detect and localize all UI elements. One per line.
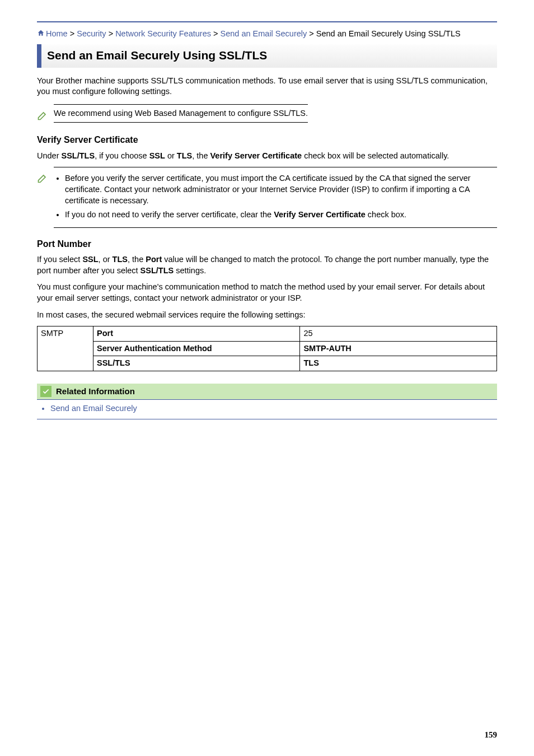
- pencil-note-icon: [37, 167, 48, 187]
- check-icon: [40, 386, 51, 397]
- note-recommend: We recommend using Web Based Management …: [37, 104, 497, 124]
- port-paragraph-1: If you select SSL, or TLS, the Port valu…: [37, 254, 497, 276]
- note-recommend-text: We recommend using Web Based Management …: [54, 109, 308, 118]
- page-number: 159: [485, 729, 498, 740]
- related-info-item[interactable]: Send an Email Securely: [50, 403, 497, 414]
- breadcrumb: Home > Security > Network Security Featu…: [37, 28, 497, 40]
- intro-paragraph: Your Brother machine supports SSL/TLS co…: [37, 76, 497, 97]
- table-row-value: SMTP-AUTH: [300, 341, 497, 356]
- verify-heading: Verify Server Certificate: [37, 134, 497, 146]
- related-info-title: Related Information: [56, 386, 135, 397]
- table-row-label: SSL/TLS: [93, 356, 300, 371]
- note-verify: Before you verify the server certificate…: [37, 167, 497, 227]
- settings-table: SMTP Port 25 Server Authentication Metho…: [37, 326, 497, 371]
- breadcrumb-current: Send an Email Securely Using SSL/TLS: [316, 29, 461, 38]
- table-row-label: Port: [93, 326, 300, 342]
- table-row-value: 25: [300, 326, 497, 342]
- verify-bullet-1: Before you verify the server certificate…: [65, 173, 497, 206]
- breadcrumb-sendsec[interactable]: Send an Email Securely: [221, 29, 307, 38]
- breadcrumb-security[interactable]: Security: [77, 29, 106, 38]
- verify-paragraph: Under SSL/TLS, if you choose SSL or TLS,…: [37, 151, 497, 162]
- home-icon: [37, 29, 45, 40]
- verify-bullet-2: If you do not need to verify the server …: [65, 209, 497, 221]
- breadcrumb-netsec[interactable]: Network Security Features: [115, 29, 211, 38]
- port-paragraph-3: In most cases, the secured webmail servi…: [37, 310, 497, 321]
- page-title-bar: Send an Email Securely Using SSL/TLS: [37, 44, 497, 67]
- port-paragraph-2: You must configure your machine's commun…: [37, 282, 497, 304]
- port-heading: Port Number: [37, 238, 497, 250]
- breadcrumb-home[interactable]: Home: [46, 29, 68, 38]
- related-info-bar: Related Information: [37, 384, 497, 400]
- table-row-label: Server Authentication Method: [93, 341, 300, 356]
- page-title: Send an Email Securely Using SSL/TLS: [47, 48, 491, 63]
- breadcrumb-sep: >: [68, 29, 77, 38]
- related-info-list: Send an Email Securely: [37, 403, 497, 419]
- table-smtp-cell: SMTP: [38, 326, 93, 371]
- table-row-value: TLS: [300, 356, 497, 371]
- pencil-note-icon: [37, 104, 48, 124]
